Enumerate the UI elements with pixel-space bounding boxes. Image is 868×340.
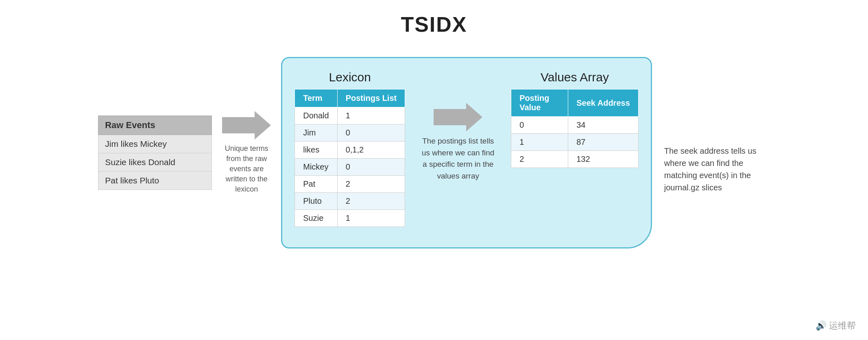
values-seek-1: 87 xyxy=(568,134,639,151)
watermark-text: 运维帮 xyxy=(829,320,856,331)
table-row: 2 132 xyxy=(511,151,639,168)
lexicon-posting-0: 1 xyxy=(337,107,405,124)
table-row: 1 87 xyxy=(511,134,639,151)
raw-events-row-1: Suzie likes Donald xyxy=(98,153,212,172)
lexicon-term-0: Donald xyxy=(295,107,337,124)
lexicon-title: Lexicon xyxy=(329,70,371,84)
lexicon-posting-3: 0 xyxy=(337,159,405,176)
lexicon-term-1: Jim xyxy=(295,124,337,142)
raw-events-row-2: Pat likes Pluto xyxy=(98,172,212,190)
arrow1-icon xyxy=(222,111,271,139)
lexicon-posting-5: 2 xyxy=(337,193,405,210)
lexicon-posting-2: 0,1,2 xyxy=(337,142,405,159)
svg-marker-1 xyxy=(434,103,482,131)
lexicon-posting-4: 2 xyxy=(337,176,405,193)
watermark: 🔊 运维帮 xyxy=(816,320,856,332)
table-row: Pluto 2 xyxy=(295,193,405,210)
lexicon-term-2: likes xyxy=(295,142,337,159)
table-row: Jim 0 xyxy=(295,124,405,142)
raw-events-section: Raw Events Jim likes Mickey Suzie likes … xyxy=(98,116,212,190)
table-row: 0 34 xyxy=(511,117,639,134)
arrow1-label: Unique terms from the raw events are wri… xyxy=(220,144,273,195)
values-section: Values Array Posting Value Seek Address … xyxy=(511,70,639,168)
lexicon-col-postings: Postings List xyxy=(337,89,405,107)
values-title: Values Array xyxy=(541,70,609,84)
lexicon-section: Lexicon Term Postings List Donald 1 Jim xyxy=(294,70,405,227)
watermark-icon: 🔊 xyxy=(816,320,827,331)
values-col-posting: Posting Value xyxy=(511,89,568,117)
arrow2-icon xyxy=(434,103,482,131)
values-seek-2: 132 xyxy=(568,151,639,168)
raw-events-header: Raw Events xyxy=(98,116,212,135)
arrow2-container: The postings list tells us where we can … xyxy=(417,70,499,182)
values-col-seek: Seek Address xyxy=(568,89,639,117)
values-posting-1: 1 xyxy=(511,134,568,151)
lexicon-posting-6: 1 xyxy=(337,210,405,227)
table-row: Suzie 1 xyxy=(295,210,405,227)
table-row: Pat 2 xyxy=(295,176,405,193)
lexicon-term-3: Mickey xyxy=(295,159,337,176)
lexicon-term-6: Suzie xyxy=(295,210,337,227)
lexicon-posting-1: 0 xyxy=(337,124,405,142)
lexicon-col-term: Term xyxy=(295,89,337,107)
table-row: Donald 1 xyxy=(295,107,405,124)
lexicon-table: Term Postings List Donald 1 Jim 0 likes xyxy=(294,89,405,227)
svg-marker-0 xyxy=(222,111,271,139)
lexicon-term-5: Pluto xyxy=(295,193,337,210)
arrow1-container: Unique terms from the raw events are wri… xyxy=(220,111,273,195)
arrow2-label: The postings list tells us where we can … xyxy=(419,135,497,182)
raw-events-row-0: Jim likes Mickey xyxy=(98,135,212,153)
table-row: likes 0,1,2 xyxy=(295,142,405,159)
values-posting-0: 0 xyxy=(511,117,568,134)
right-description: The seek address tells us where we can f… xyxy=(664,112,770,194)
page-title: TSIDX xyxy=(0,0,868,37)
values-table: Posting Value Seek Address 0 34 1 87 2 xyxy=(511,89,639,168)
table-row: Mickey 0 xyxy=(295,159,405,176)
main-content: Raw Events Jim likes Mickey Suzie likes … xyxy=(0,57,868,248)
tsidx-container: Lexicon Term Postings List Donald 1 Jim xyxy=(281,57,652,248)
values-posting-2: 2 xyxy=(511,151,568,168)
values-seek-0: 34 xyxy=(568,117,639,134)
lexicon-term-4: Pat xyxy=(295,176,337,193)
